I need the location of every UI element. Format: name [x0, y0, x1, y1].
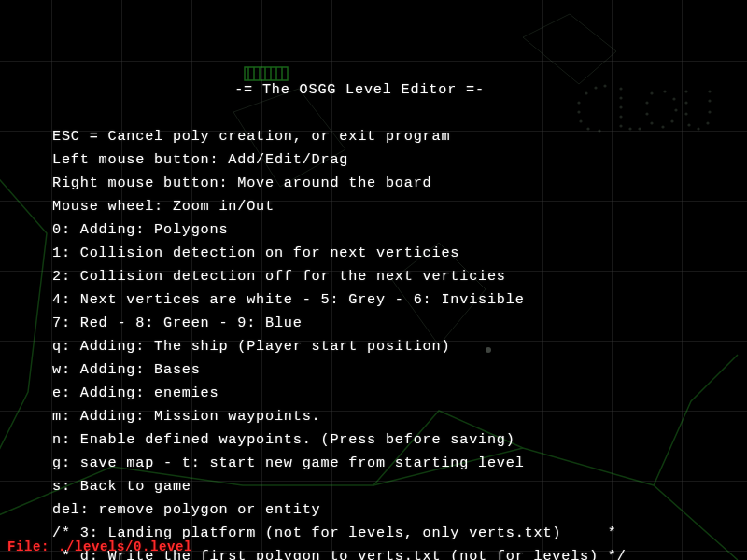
help-text: ESC = Cancel poly creation, or exit prog…: [52, 128, 627, 560]
status-file-path: ./levels/0.level: [58, 539, 192, 554]
editor-title: -= The OSGG Level Editor =-: [0, 78, 719, 102]
status-bar: File: ./levels/0.level: [7, 539, 192, 554]
editor-viewport[interactable]: -= The OSGG Level Editor =-ESC = Cancel …: [0, 0, 747, 560]
help-overlay: -= The OSGG Level Editor =-ESC = Cancel …: [52, 32, 719, 560]
status-label: File:: [7, 539, 49, 554]
